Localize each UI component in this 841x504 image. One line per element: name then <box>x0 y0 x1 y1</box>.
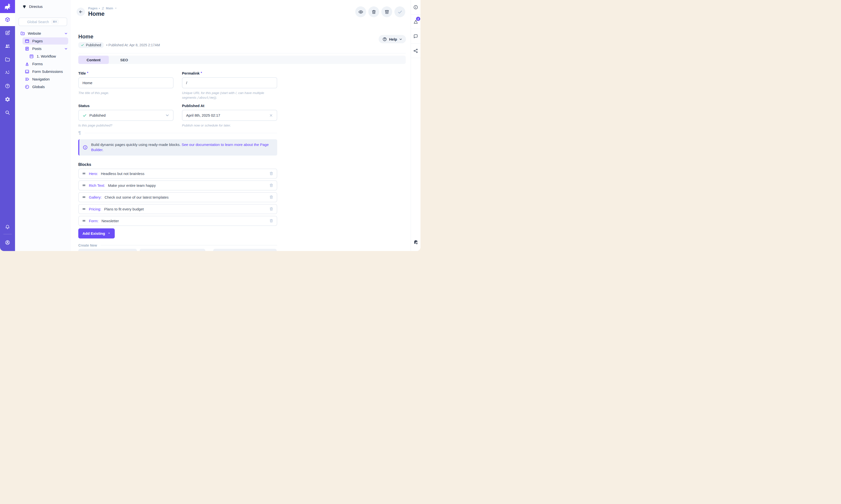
block-row-gallery[interactable]: Gallery: Check out some of our latest te… <box>78 192 277 202</box>
create-new-card[interactable] <box>213 249 277 251</box>
edit-icon <box>5 30 10 36</box>
module-content[interactable] <box>0 13 15 26</box>
nav-item-form-submissions[interactable]: Form Submissions <box>15 68 71 75</box>
help-button[interactable]: Help <box>379 35 406 43</box>
drag-handle-icon[interactable] <box>82 195 86 199</box>
preview-button[interactable] <box>355 6 366 17</box>
title-input-wrapper <box>78 77 174 88</box>
block-title: Newsletter <box>102 219 119 223</box>
block-row-form[interactable]: Form: Newsletter <box>78 216 277 226</box>
drag-handle-icon[interactable] <box>82 183 86 187</box>
project-header[interactable]: Directus <box>15 0 71 13</box>
nav-item-posts[interactable]: Posts <box>15 45 71 52</box>
rabbit-logo-icon <box>4 3 12 11</box>
breadcrumb-version[interactable]: Main <box>106 6 113 10</box>
archive-button[interactable] <box>381 6 392 17</box>
project-logo[interactable] <box>0 0 15 13</box>
module-edit[interactable] <box>0 26 15 39</box>
trash-icon[interactable] <box>269 218 273 223</box>
insights-icon <box>5 70 10 75</box>
nav-label: Form Submissions <box>32 69 63 74</box>
trash-icon[interactable] <box>269 195 273 199</box>
create-new-card[interactable] <box>140 249 205 251</box>
module-files[interactable] <box>0 53 15 66</box>
block-row-rich-text[interactable]: Rich Text: Make your entire team happy <box>78 180 277 191</box>
nav-item-pages[interactable]: Pages <box>22 37 68 44</box>
blocks-heading: Blocks <box>78 162 411 167</box>
user-avatar[interactable] <box>0 236 15 249</box>
module-bar <box>0 0 15 251</box>
detail-title: Home <box>78 34 411 40</box>
block-type: Form: <box>89 219 99 223</box>
title-input[interactable] <box>83 81 169 85</box>
trash-icon[interactable] <box>269 207 273 211</box>
notifications-bell[interactable] <box>0 221 15 233</box>
module-search[interactable] <box>0 106 15 119</box>
sidebar-info-button[interactable] <box>411 0 420 15</box>
block-row-hero[interactable]: Hero: Headless but not brainless <box>78 168 277 179</box>
global-search-input[interactable]: Global Search ⌘K <box>18 17 67 26</box>
nav-item-workflow[interactable]: 1. Workflow <box>15 52 71 60</box>
breadcrumb[interactable]: Pages • Main <box>88 6 117 10</box>
module-settings[interactable] <box>0 92 15 106</box>
block-title: Headless but not brainless <box>101 172 144 176</box>
check-icon <box>81 43 84 47</box>
clear-x-icon[interactable] <box>269 113 273 118</box>
permalink-input[interactable] <box>186 81 273 85</box>
field-permalink: Permalink Unique URL for this page (star… <box>182 71 277 100</box>
status-select[interactable]: Published <box>78 110 174 121</box>
chevron-down-icon[interactable] <box>64 47 68 51</box>
nav-item-forms[interactable]: Forms <box>15 60 71 68</box>
search-shortcut-badge: ⌘K <box>51 20 59 24</box>
nav-item-website[interactable]: Website <box>15 30 71 37</box>
published-at-input[interactable]: April 8th, 2025 02:17 <box>182 110 277 121</box>
block-title: Check out some of our latest templates <box>105 195 169 199</box>
delete-button[interactable] <box>368 6 379 17</box>
field-status: Status Published Is this page published? <box>78 104 174 128</box>
module-insights[interactable] <box>0 66 15 79</box>
search-icon <box>5 110 10 115</box>
field-label: Permalink <box>182 71 277 75</box>
module-users[interactable] <box>0 39 15 53</box>
published-at-meta: • Published At: Apr 8, 2025 2:17AM <box>106 43 160 47</box>
main-area: Pages • Main Home <box>71 0 411 251</box>
nav-item-globals[interactable]: Globals <box>15 83 71 91</box>
question-circle-icon <box>382 37 387 41</box>
eye-icon <box>358 10 363 15</box>
trash-icon[interactable] <box>269 183 273 187</box>
info-circle-icon <box>413 5 418 10</box>
status-badge-label: Published <box>86 43 101 47</box>
tab-content[interactable]: Content <box>78 56 109 64</box>
drag-handle-icon[interactable] <box>82 207 86 211</box>
help-circle-icon <box>5 83 10 89</box>
document-lines-icon <box>24 46 30 51</box>
chevron-down-icon[interactable] <box>64 32 68 35</box>
save-button[interactable] <box>394 6 405 17</box>
trash-icon[interactable] <box>269 171 273 176</box>
breadcrumb-collection[interactable]: Pages <box>88 6 97 10</box>
create-new-row: Create New <box>78 244 277 247</box>
sidebar-comments-button[interactable] <box>411 29 420 43</box>
create-new-card[interactable] <box>78 249 137 251</box>
nav-label: Forms <box>32 62 43 66</box>
nav-item-navigation[interactable]: Navigation <box>15 75 71 83</box>
module-help[interactable] <box>0 79 15 92</box>
chevron-down-icon <box>399 38 402 41</box>
block-row-pricing[interactable]: Pricing: Plans to fit every budget <box>78 204 277 214</box>
drag-handle-icon[interactable] <box>82 172 86 176</box>
status-row: Published • Published At: Apr 8, 2025 2:… <box>78 42 411 48</box>
pilcrow-icon[interactable]: ¶ <box>78 130 81 136</box>
right-sidebar: 2 <box>411 0 420 251</box>
tab-seo[interactable]: SEO <box>109 56 139 64</box>
folder-icon <box>5 57 10 62</box>
sidebar-revisions-button[interactable]: 2 <box>411 15 420 29</box>
sidebar-share-button[interactable] <box>411 43 420 58</box>
field-note: Is this page published? <box>78 123 174 128</box>
back-button[interactable] <box>76 7 85 16</box>
chevron-down-icon <box>165 113 169 118</box>
activity-log-button[interactable] <box>411 240 420 245</box>
field-grid: Title The title of this page. Permalink <box>78 71 277 128</box>
add-existing-button[interactable]: Add Existing <box>78 228 115 238</box>
caret-down-icon[interactable] <box>114 7 117 10</box>
drag-handle-icon[interactable] <box>82 219 86 223</box>
